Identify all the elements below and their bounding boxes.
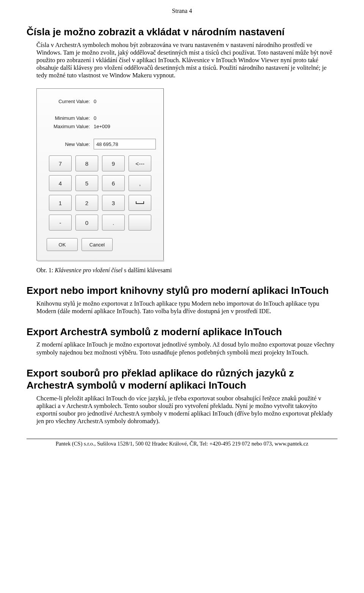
keypad-figure: Current Value: 0 Minimum Value: 0 Maximu…	[36, 88, 164, 262]
key-1[interactable]: 1	[49, 195, 72, 211]
page-number: Strana 4	[27, 8, 337, 14]
heading-export-translation: Export souborů pro překlad aplikace do r…	[27, 367, 337, 392]
key-0[interactable]: 0	[75, 215, 98, 231]
value-current: 0	[94, 99, 156, 104]
label-minimum-value: Minimum Value:	[44, 115, 94, 121]
key-backspace[interactable]: <---	[129, 155, 151, 171]
cancel-button[interactable]: Cancel	[82, 238, 113, 251]
space-icon	[135, 201, 144, 205]
heading-numbers-national: Čísla je možno zobrazit a vkládat v náro…	[27, 26, 337, 38]
label-current-value: Current Value:	[44, 99, 94, 104]
key-space[interactable]	[129, 195, 151, 211]
key-7[interactable]: 7	[49, 155, 72, 171]
key-blank[interactable]	[129, 215, 151, 231]
document-page: Strana 4 Čísla je možno zobrazit a vklád…	[0, 0, 364, 452]
footer-rule	[27, 439, 337, 439]
keypad-bottom-buttons: OK Cancel	[37, 234, 163, 260]
key-grid: 7 8 9 <--- 4 5 6 , 1 2 3 - 0 .	[37, 153, 163, 234]
key-minus[interactable]: -	[49, 215, 72, 231]
key-2[interactable]: 2	[75, 195, 98, 211]
label-new-value: New Value:	[44, 141, 94, 147]
key-4[interactable]: 4	[49, 175, 72, 191]
label-maximum-value: Maximum Value:	[44, 124, 94, 129]
figure-caption: Obr. 1: Klávesnice pro vložení čísel s d…	[36, 267, 337, 274]
body-numbers-national: Čísla v ArchestrA symbolech mohou být zo…	[27, 41, 337, 80]
body-export-symbols: Z moderní aplikace InTouch je možno expo…	[27, 341, 337, 356]
body-export-translation: Chceme-li přeložit aplikaci InTouch do v…	[27, 395, 337, 425]
key-comma[interactable]: ,	[129, 175, 151, 191]
input-new-value[interactable]: 48 695,78	[94, 139, 156, 149]
ok-button[interactable]: OK	[47, 238, 78, 251]
key-3[interactable]: 3	[102, 195, 125, 211]
keypad-panel: Current Value: 0 Minimum Value: 0 Maximu…	[36, 88, 164, 260]
key-dot[interactable]: .	[102, 215, 125, 231]
heading-export-symbols: Export ArchestrA symbolů z moderní aplik…	[27, 326, 337, 338]
key-5[interactable]: 5	[75, 175, 98, 191]
key-6[interactable]: 6	[102, 175, 125, 191]
keypad-info: Current Value: 0 Minimum Value: 0 Maximu…	[37, 96, 163, 153]
caption-suffix: s dalšími klávesami	[122, 267, 172, 273]
panel-shadow	[38, 260, 164, 262]
value-min: 0	[94, 115, 156, 121]
caption-italic: Klávesnice pro vložení čísel	[55, 267, 122, 273]
key-8[interactable]: 8	[75, 155, 98, 171]
heading-export-import-styles: Export nebo import knihovny stylů pro mo…	[27, 284, 337, 297]
body-export-import-styles: Knihovnu stylů je možno exportovat z InT…	[27, 300, 337, 315]
key-9[interactable]: 9	[102, 155, 125, 171]
caption-prefix: Obr. 1:	[36, 267, 55, 273]
page-footer: Pantek (CS) s.r.o., Sušilova 1528/1, 500…	[27, 441, 337, 449]
value-max: 1e+009	[94, 124, 156, 129]
